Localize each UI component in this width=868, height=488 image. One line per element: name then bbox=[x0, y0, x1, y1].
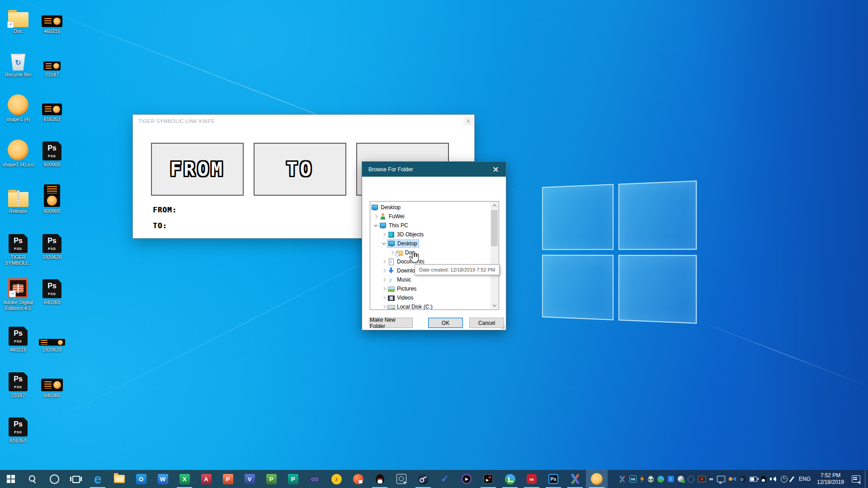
desktop-icon-shape1[interactable]: shape1 (4) bbox=[1, 94, 35, 122]
chevron-right-icon[interactable] bbox=[380, 233, 387, 236]
desktop-icon-460215[interactable]: 460215 bbox=[35, 5, 69, 34]
creative-cloud-tray-icon[interactable] bbox=[709, 476, 713, 482]
security-tray-icon[interactable] bbox=[678, 476, 684, 482]
volume-icon[interactable] bbox=[770, 476, 777, 482]
taskbar-powerpoint[interactable]: P bbox=[217, 470, 239, 488]
desktop-icon-shape1-ico[interactable]: shape1 (4).ico bbox=[1, 139, 35, 168]
error-monitor-tray-icon[interactable] bbox=[698, 476, 706, 482]
taskbar-edge[interactable]: e bbox=[87, 470, 108, 488]
search-button[interactable] bbox=[22, 470, 43, 488]
chevron-right-icon[interactable] bbox=[380, 260, 387, 263]
desktop-icon-23187[interactable]: 23187 bbox=[35, 49, 69, 78]
desktop-icon-600900-psd[interactable]: PsPSD 600900 bbox=[35, 139, 69, 168]
taskbar-screen-recorder[interactable] bbox=[477, 470, 499, 488]
qq-tray-icon[interactable] bbox=[761, 476, 766, 482]
taskbar-outlook[interactable]: O bbox=[130, 470, 152, 488]
desktop-icon-23187-psd[interactable]: PsPSD 23187 bbox=[1, 370, 35, 399]
taskbar-excel[interactable]: X bbox=[174, 470, 195, 488]
x-colorful-tray-icon[interactable] bbox=[619, 476, 626, 483]
desktop-icon-600900[interactable]: 600900 bbox=[35, 185, 69, 214]
power-tray-icon[interactable] bbox=[750, 477, 757, 482]
show-desktop-button[interactable] bbox=[865, 470, 868, 488]
pen-tray-icon[interactable] bbox=[789, 476, 794, 482]
chevron-right-icon[interactable] bbox=[380, 305, 387, 308]
chevron-right-icon[interactable] bbox=[380, 278, 387, 281]
chevron-right-icon[interactable] bbox=[388, 251, 396, 254]
alienware-tray-icon[interactable] bbox=[648, 476, 654, 483]
task-view-button[interactable] bbox=[65, 470, 87, 488]
taskbar-access[interactable]: A bbox=[195, 470, 217, 488]
taskbar-white-app[interactable] bbox=[391, 470, 412, 488]
taskbar-camera-app[interactable] bbox=[347, 470, 369, 488]
language-indicator[interactable]: ENG bbox=[795, 470, 815, 488]
taskbar-media-player[interactable] bbox=[456, 470, 477, 488]
fish-tray-icon[interactable] bbox=[729, 476, 736, 482]
taskbar-photoshop[interactable]: Ps bbox=[542, 470, 564, 488]
tree-item-desktop-selected[interactable]: Desktop bbox=[370, 239, 499, 248]
taskbar-qq-music[interactable] bbox=[326, 470, 347, 488]
desktop-icon-doc[interactable]: Doc bbox=[1, 5, 35, 34]
tree-item-doc[interactable]: Doc bbox=[370, 248, 499, 257]
desktop-icon-460215-psd[interactable]: PsPSD 460215 bbox=[1, 324, 35, 353]
taskbar-qq[interactable] bbox=[369, 470, 391, 488]
idm-tray-icon[interactable] bbox=[657, 476, 664, 483]
taskbar-tiger-knife-active[interactable] bbox=[586, 470, 608, 488]
taskbar-publisher[interactable]: P bbox=[282, 470, 304, 488]
folder-tree[interactable]: Desktop FuWei This PC 3D Objects Desktop bbox=[370, 201, 499, 310]
action-center-button[interactable] bbox=[848, 470, 863, 488]
tree-item-fuwei[interactable]: FuWei bbox=[370, 212, 499, 221]
desktop-icon-1920620-psd[interactable]: PsPSD 1920620 bbox=[35, 231, 69, 260]
desktop-icon-1920620[interactable]: 1920620 bbox=[35, 324, 69, 353]
tree-item-desktop-root[interactable]: Desktop bbox=[370, 203, 499, 212]
taskbar-project[interactable]: P bbox=[260, 470, 282, 488]
tree-item-pictures[interactable]: Pictures bbox=[370, 284, 499, 293]
close-icon[interactable] bbox=[463, 117, 473, 126]
resize-grip[interactable] bbox=[500, 324, 505, 329]
chevron-right-icon[interactable] bbox=[372, 215, 379, 218]
ok-button[interactable]: OK bbox=[428, 318, 463, 328]
desktop-icon-ade[interactable]: Adobe Digital Editions 4.5 bbox=[1, 277, 35, 311]
tree-item-local-disk-c[interactable]: Local Disk (C:) bbox=[370, 302, 499, 310]
taskbar-visio[interactable]: V bbox=[239, 470, 260, 488]
bluetooth-tray-icon[interactable]: ᛒ bbox=[668, 476, 674, 482]
taskbar-word[interactable]: W bbox=[152, 470, 174, 488]
from-button[interactable]: FROM bbox=[151, 143, 244, 196]
tree-scrollbar[interactable] bbox=[491, 202, 498, 309]
taskbar-steam[interactable] bbox=[412, 470, 434, 488]
chevron-right-icon[interactable] bbox=[380, 296, 387, 299]
tree-item-music[interactable]: Music bbox=[370, 275, 499, 284]
clock-tray-icon[interactable] bbox=[781, 476, 788, 483]
display-tray-icon[interactable] bbox=[717, 476, 725, 482]
taskbar-visual-studio[interactable]: ∞ bbox=[304, 470, 326, 488]
cancel-button[interactable]: Cancel bbox=[469, 318, 504, 328]
taskbar-idm[interactable] bbox=[499, 470, 521, 488]
scroll-down-icon[interactable] bbox=[491, 302, 498, 309]
sb-tray-icon[interactable]: SB bbox=[629, 475, 637, 483]
lightning-tray-icon[interactable] bbox=[640, 476, 644, 483]
start-button[interactable] bbox=[0, 470, 22, 488]
taskbar-todo[interactable]: ✓ bbox=[434, 470, 456, 488]
tree-item-videos[interactable]: Videos bbox=[370, 293, 499, 302]
desktop-icon-release[interactable]: Release bbox=[1, 185, 35, 214]
chevron-right-icon[interactable] bbox=[380, 269, 387, 272]
desktop-icon-640360-psd[interactable]: PsPSD 640360 bbox=[35, 277, 69, 305]
scroll-up-icon[interactable] bbox=[491, 202, 498, 209]
dim-circle-tray-icon[interactable] bbox=[688, 476, 694, 483]
desktop-icon-recycle-bin[interactable]: Recycle Bin bbox=[1, 49, 35, 78]
desktop-icon-tiger-psd[interactable]: PsPSD TIGER SYMBOLI... bbox=[1, 231, 35, 266]
cortana-button[interactable] bbox=[43, 470, 65, 488]
make-new-folder-button[interactable]: Make New Folder bbox=[369, 318, 413, 328]
chevron-down-icon[interactable] bbox=[372, 224, 379, 227]
tree-item-this-pc[interactable]: This PC bbox=[370, 221, 499, 230]
taskbar-clock[interactable]: 7:52 PM 12/18/2019 bbox=[815, 470, 846, 488]
taskbar-file-explorer[interactable] bbox=[108, 470, 130, 488]
taskbar-creative-cloud[interactable] bbox=[521, 470, 542, 488]
dialog-titlebar[interactable]: Browse For Folder bbox=[362, 162, 506, 177]
steam-tray-icon[interactable] bbox=[740, 476, 746, 482]
taskbar-x-app[interactable] bbox=[564, 470, 586, 488]
chevron-down-icon[interactable] bbox=[380, 242, 387, 245]
chevron-right-icon[interactable] bbox=[380, 287, 387, 290]
desktop-icon-616353[interactable]: 616353 bbox=[35, 94, 69, 122]
close-icon[interactable] bbox=[486, 162, 506, 177]
scrollbar-thumb[interactable] bbox=[491, 210, 498, 246]
